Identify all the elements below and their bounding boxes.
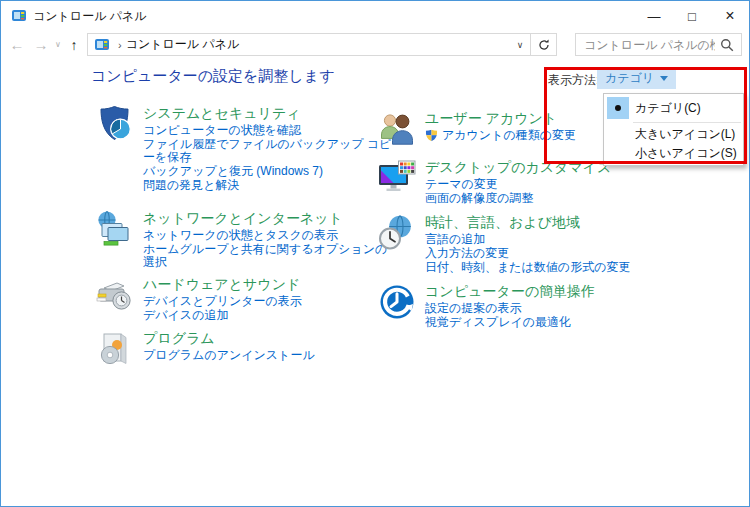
search-box bbox=[575, 33, 742, 56]
category-link[interactable]: ホームグループと共有に関するオプションの選択 bbox=[143, 243, 395, 269]
category-link[interactable]: ネットワークの状態とタスクの表示 bbox=[143, 229, 395, 242]
menu-item-category[interactable]: カテゴリ(C) bbox=[604, 96, 743, 120]
back-button[interactable]: ← bbox=[5, 31, 29, 58]
ease-of-access-icon[interactable] bbox=[377, 282, 417, 322]
menu-item-small-icons[interactable]: 小さいアイコン(S) bbox=[604, 144, 743, 163]
uac-shield-icon bbox=[425, 129, 438, 142]
selected-radio-icon bbox=[615, 105, 621, 111]
navigation-toolbar: ← → ∨ ↑ › コントロール パネル ∨ bbox=[1, 31, 749, 58]
control-panel-icon bbox=[94, 37, 110, 53]
category-title[interactable]: プログラム bbox=[143, 330, 315, 347]
menu-item-label: 大きいアイコン(L) bbox=[635, 126, 735, 143]
category-title[interactable]: システムとセキュリティ bbox=[143, 105, 395, 122]
category-link[interactable]: コンピューターの状態を確認 bbox=[143, 124, 395, 137]
page-title: コンピューターの設定を調整します bbox=[91, 67, 335, 86]
address-bar[interactable]: › コントロール パネル ∨ bbox=[87, 33, 557, 56]
category-link[interactable]: テーマの変更 bbox=[425, 178, 611, 191]
category-link[interactable]: 設定の提案の表示 bbox=[425, 302, 595, 315]
category-link[interactable]: 言語の追加 bbox=[425, 233, 630, 246]
category-link[interactable]: デバイスとプリンターの表示 bbox=[143, 295, 302, 308]
category-system-security: システムとセキュリティ コンピューターの状態を確認 ファイル履歴でファイルのバッ… bbox=[95, 104, 395, 193]
network-internet-icon[interactable] bbox=[95, 209, 135, 249]
category-link[interactable]: デバイスの追加 bbox=[143, 309, 302, 322]
view-by-menu: カテゴリ(C) 大きいアイコン(L) 小さいアイコン(S) bbox=[603, 93, 744, 166]
hardware-sound-icon[interactable] bbox=[95, 275, 135, 315]
category-network-internet: ネットワークとインターネット ネットワークの状態とタスクの表示 ホームグループと… bbox=[95, 209, 395, 270]
category-title[interactable]: デスクトップのカスタマイズ bbox=[425, 159, 611, 176]
search-input[interactable] bbox=[576, 38, 719, 52]
category-clock-language-region: 時計、言語、および地域 言語の追加 入力方法の変更 日付、時刻、または数値の形式… bbox=[377, 213, 722, 275]
category-title[interactable]: 時計、言語、および地域 bbox=[425, 214, 630, 231]
maximize-button[interactable]: □ bbox=[673, 1, 711, 31]
menu-item-label: 小さいアイコン(S) bbox=[635, 145, 737, 162]
user-accounts-icon[interactable] bbox=[377, 109, 417, 149]
window-title: コントロール パネル bbox=[33, 8, 147, 25]
refresh-button[interactable] bbox=[530, 33, 556, 56]
category-hardware-sound: ハードウェアとサウンド デバイスとプリンターの表示 デバイスの追加 bbox=[95, 275, 395, 323]
view-by-value: カテゴリ bbox=[605, 70, 654, 87]
menu-item-label: カテゴリ(C) bbox=[635, 100, 701, 117]
category-title[interactable]: ネットワークとインターネット bbox=[143, 210, 395, 227]
breadcrumb[interactable]: コントロール パネル bbox=[126, 36, 240, 53]
category-link-label: アカウントの種類の変更 bbox=[442, 129, 576, 142]
category-column-left: システムとセキュリティ コンピューターの状態を確認 ファイル履歴でファイルのバッ… bbox=[95, 104, 395, 369]
category-link[interactable]: プログラムのアンインストール bbox=[143, 349, 315, 362]
breadcrumb-chevron-icon: › bbox=[118, 39, 122, 51]
view-by-dropdown[interactable]: カテゴリ bbox=[597, 68, 676, 89]
category-title[interactable]: コンピューターの簡単操作 bbox=[425, 283, 595, 300]
category-link[interactable]: バックアップと復元 (Windows 7) bbox=[143, 165, 395, 178]
search-icon bbox=[719, 37, 735, 53]
category-link[interactable]: ファイル履歴でファイルのバックアップ コピーを保存 bbox=[143, 138, 395, 164]
category-link[interactable]: 問題の発見と解決 bbox=[143, 179, 395, 192]
menu-separator bbox=[633, 122, 741, 123]
category-title[interactable]: ハードウェアとサウンド bbox=[143, 276, 302, 293]
control-panel-window: コントロール パネル — □ × ← → ∨ ↑ › コントロール パネル ∨ bbox=[0, 0, 750, 507]
category-programs: プログラム プログラムのアンインストール bbox=[95, 329, 395, 369]
window-controls: — □ × bbox=[635, 1, 749, 31]
control-panel-icon bbox=[11, 8, 27, 24]
programs-icon[interactable] bbox=[95, 329, 135, 369]
selected-highlight bbox=[607, 97, 629, 119]
category-link[interactable]: 日付、時刻、または数値の形式の変更 bbox=[425, 261, 630, 274]
close-button[interactable]: × bbox=[711, 1, 749, 31]
category-link[interactable]: アカウントの種類の変更 bbox=[425, 129, 576, 142]
security-shield-icon[interactable] bbox=[95, 104, 135, 144]
category-link[interactable]: 視覚ディスプレイの最適化 bbox=[425, 316, 595, 329]
content-area: コンピューターの設定を調整します 表示方法: カテゴリ カテゴリ(C) 大きいア… bbox=[1, 58, 749, 506]
menu-item-large-icons[interactable]: 大きいアイコン(L) bbox=[604, 125, 743, 144]
address-dropdown-icon[interactable]: ∨ bbox=[510, 40, 530, 50]
minimize-button[interactable]: — bbox=[635, 1, 673, 31]
category-ease-of-access: コンピューターの簡単操作 設定の提案の表示 視覚ディスプレイの最適化 bbox=[377, 282, 722, 330]
category-link[interactable]: 入力方法の変更 bbox=[425, 247, 630, 260]
forward-button[interactable]: → bbox=[29, 31, 53, 58]
chevron-down-icon bbox=[660, 76, 668, 81]
category-link[interactable]: 画面の解像度の調整 bbox=[425, 192, 611, 205]
up-button[interactable]: ↑ bbox=[63, 31, 85, 58]
clock-language-region-icon[interactable] bbox=[377, 213, 417, 253]
titlebar[interactable]: コントロール パネル — □ × bbox=[1, 1, 749, 31]
category-title[interactable]: ユーザー アカウント bbox=[425, 110, 576, 127]
desktop-customization-icon[interactable] bbox=[377, 158, 417, 198]
view-by-label: 表示方法: bbox=[548, 72, 599, 89]
